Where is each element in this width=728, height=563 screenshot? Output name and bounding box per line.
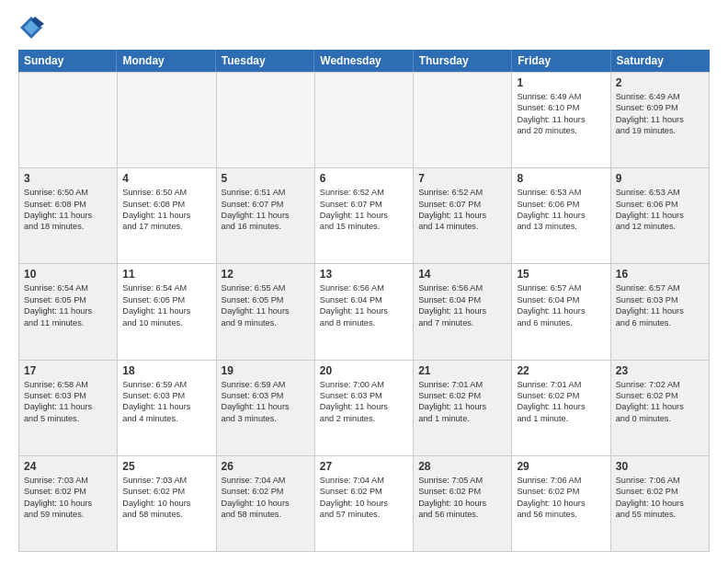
- week-row-1: 1Sunrise: 6:49 AM Sunset: 6:10 PM Daylig…: [19, 73, 710, 168]
- day-number: 10: [24, 268, 112, 281]
- day-info: Sunrise: 6:52 AM Sunset: 6:07 PM Dayligh…: [418, 187, 506, 233]
- weekday-header-tuesday: Tuesday: [216, 50, 314, 72]
- day-info: Sunrise: 7:05 AM Sunset: 6:02 PM Dayligh…: [418, 475, 506, 521]
- day-info: Sunrise: 6:49 AM Sunset: 6:09 PM Dayligh…: [616, 91, 704, 137]
- day-info: Sunrise: 7:03 AM Sunset: 6:02 PM Dayligh…: [24, 475, 112, 521]
- cal-cell-12: 12Sunrise: 6:55 AM Sunset: 6:05 PM Dayli…: [217, 264, 315, 359]
- day-info: Sunrise: 6:50 AM Sunset: 6:08 PM Dayligh…: [122, 187, 210, 233]
- day-info: Sunrise: 7:00 AM Sunset: 6:03 PM Dayligh…: [320, 379, 408, 425]
- cal-cell-4: 4Sunrise: 6:50 AM Sunset: 6:08 PM Daylig…: [118, 168, 216, 263]
- day-info: Sunrise: 6:51 AM Sunset: 6:07 PM Dayligh…: [222, 187, 310, 233]
- day-number: 28: [418, 460, 506, 473]
- weekday-header-friday: Friday: [512, 50, 610, 72]
- cal-cell-8: 8Sunrise: 6:53 AM Sunset: 6:06 PM Daylig…: [512, 168, 610, 263]
- day-info: Sunrise: 6:50 AM Sunset: 6:08 PM Dayligh…: [24, 187, 112, 233]
- day-number: 3: [24, 172, 112, 185]
- cal-cell-empty-0-4: [414, 73, 512, 167]
- calendar-body: 1Sunrise: 6:49 AM Sunset: 6:10 PM Daylig…: [18, 72, 710, 552]
- day-info: Sunrise: 7:04 AM Sunset: 6:02 PM Dayligh…: [222, 475, 310, 521]
- day-number: 1: [517, 76, 605, 89]
- day-info: Sunrise: 6:53 AM Sunset: 6:06 PM Dayligh…: [616, 187, 704, 233]
- cal-cell-25: 25Sunrise: 7:03 AM Sunset: 6:02 PM Dayli…: [118, 456, 216, 551]
- day-number: 17: [24, 364, 112, 377]
- day-info: Sunrise: 6:56 AM Sunset: 6:04 PM Dayligh…: [418, 282, 506, 328]
- day-info: Sunrise: 6:56 AM Sunset: 6:04 PM Dayligh…: [320, 282, 408, 328]
- weekday-header-wednesday: Wednesday: [314, 50, 413, 72]
- cal-cell-7: 7Sunrise: 6:52 AM Sunset: 6:07 PM Daylig…: [414, 168, 512, 263]
- cal-cell-28: 28Sunrise: 7:05 AM Sunset: 6:02 PM Dayli…: [414, 456, 512, 551]
- day-number: 5: [222, 172, 310, 185]
- day-number: 7: [418, 172, 506, 185]
- weekday-header-thursday: Thursday: [414, 50, 512, 72]
- cal-cell-22: 22Sunrise: 7:01 AM Sunset: 6:02 PM Dayli…: [512, 361, 610, 455]
- day-number: 13: [320, 268, 408, 281]
- day-number: 11: [122, 268, 210, 281]
- day-info: Sunrise: 7:01 AM Sunset: 6:02 PM Dayligh…: [517, 379, 605, 425]
- day-number: 14: [418, 268, 506, 281]
- day-number: 20: [320, 364, 408, 377]
- weekday-header-saturday: Saturday: [611, 50, 710, 72]
- day-info: Sunrise: 6:57 AM Sunset: 6:04 PM Dayligh…: [517, 282, 605, 328]
- cal-cell-20: 20Sunrise: 7:00 AM Sunset: 6:03 PM Dayli…: [315, 361, 414, 455]
- day-number: 27: [320, 460, 408, 473]
- cal-cell-15: 15Sunrise: 6:57 AM Sunset: 6:04 PM Dayli…: [512, 264, 610, 359]
- cal-cell-9: 9Sunrise: 6:53 AM Sunset: 6:06 PM Daylig…: [611, 168, 710, 263]
- day-info: Sunrise: 7:06 AM Sunset: 6:02 PM Dayligh…: [517, 475, 605, 521]
- day-info: Sunrise: 7:01 AM Sunset: 6:02 PM Dayligh…: [418, 379, 506, 425]
- calendar-header: SundayMondayTuesdayWednesdayThursdayFrid…: [18, 50, 710, 72]
- cal-cell-13: 13Sunrise: 6:56 AM Sunset: 6:04 PM Dayli…: [315, 264, 414, 359]
- page: SundayMondayTuesdayWednesdayThursdayFrid…: [0, 0, 728, 563]
- day-info: Sunrise: 6:55 AM Sunset: 6:05 PM Dayligh…: [222, 282, 310, 328]
- day-number: 8: [517, 172, 605, 185]
- header: [18, 15, 710, 40]
- day-info: Sunrise: 7:03 AM Sunset: 6:02 PM Dayligh…: [122, 475, 210, 521]
- cal-cell-29: 29Sunrise: 7:06 AM Sunset: 6:02 PM Dayli…: [512, 456, 610, 551]
- day-number: 15: [517, 268, 605, 281]
- day-info: Sunrise: 7:04 AM Sunset: 6:02 PM Dayligh…: [320, 475, 408, 521]
- cal-cell-27: 27Sunrise: 7:04 AM Sunset: 6:02 PM Dayli…: [315, 456, 414, 551]
- week-row-2: 3Sunrise: 6:50 AM Sunset: 6:08 PM Daylig…: [19, 168, 710, 264]
- day-number: 29: [517, 460, 605, 473]
- day-number: 6: [320, 172, 408, 185]
- logo: [18, 15, 46, 40]
- week-row-3: 10Sunrise: 6:54 AM Sunset: 6:05 PM Dayli…: [19, 264, 710, 360]
- cal-cell-21: 21Sunrise: 7:01 AM Sunset: 6:02 PM Dayli…: [414, 361, 512, 455]
- day-number: 23: [616, 364, 704, 377]
- day-info: Sunrise: 7:06 AM Sunset: 6:02 PM Dayligh…: [616, 475, 704, 521]
- day-info: Sunrise: 6:49 AM Sunset: 6:10 PM Dayligh…: [517, 91, 605, 137]
- day-number: 25: [122, 460, 210, 473]
- day-number: 4: [122, 172, 210, 185]
- day-number: 30: [616, 460, 704, 473]
- cal-cell-1: 1Sunrise: 6:49 AM Sunset: 6:10 PM Daylig…: [512, 73, 610, 167]
- day-number: 16: [616, 268, 704, 281]
- cal-cell-30: 30Sunrise: 7:06 AM Sunset: 6:02 PM Dayli…: [611, 456, 710, 551]
- cal-cell-empty-0-1: [118, 73, 216, 167]
- day-number: 2: [616, 76, 704, 89]
- calendar: SundayMondayTuesdayWednesdayThursdayFrid…: [18, 50, 710, 552]
- day-number: 22: [517, 364, 605, 377]
- cal-cell-26: 26Sunrise: 7:04 AM Sunset: 6:02 PM Dayli…: [217, 456, 315, 551]
- week-row-5: 24Sunrise: 7:03 AM Sunset: 6:02 PM Dayli…: [19, 456, 710, 552]
- cal-cell-empty-0-3: [315, 73, 414, 167]
- cal-cell-10: 10Sunrise: 6:54 AM Sunset: 6:05 PM Dayli…: [19, 264, 118, 359]
- day-number: 26: [222, 460, 310, 473]
- day-info: Sunrise: 6:52 AM Sunset: 6:07 PM Dayligh…: [320, 187, 408, 233]
- logo-icon: [18, 15, 44, 40]
- day-number: 18: [122, 364, 210, 377]
- weekday-header-sunday: Sunday: [18, 50, 117, 72]
- cal-cell-11: 11Sunrise: 6:54 AM Sunset: 6:05 PM Dayli…: [118, 264, 216, 359]
- cal-cell-19: 19Sunrise: 6:59 AM Sunset: 6:03 PM Dayli…: [217, 361, 315, 455]
- day-number: 21: [418, 364, 506, 377]
- cal-cell-18: 18Sunrise: 6:59 AM Sunset: 6:03 PM Dayli…: [118, 361, 216, 455]
- weekday-header-monday: Monday: [117, 50, 215, 72]
- day-number: 24: [24, 460, 112, 473]
- day-number: 12: [222, 268, 310, 281]
- cal-cell-2: 2Sunrise: 6:49 AM Sunset: 6:09 PM Daylig…: [611, 73, 710, 167]
- day-info: Sunrise: 6:59 AM Sunset: 6:03 PM Dayligh…: [222, 379, 310, 425]
- cal-cell-24: 24Sunrise: 7:03 AM Sunset: 6:02 PM Dayli…: [19, 456, 118, 551]
- day-number: 9: [616, 172, 704, 185]
- cal-cell-14: 14Sunrise: 6:56 AM Sunset: 6:04 PM Dayli…: [414, 264, 512, 359]
- cal-cell-6: 6Sunrise: 6:52 AM Sunset: 6:07 PM Daylig…: [315, 168, 414, 263]
- cal-cell-3: 3Sunrise: 6:50 AM Sunset: 6:08 PM Daylig…: [19, 168, 118, 263]
- day-info: Sunrise: 6:59 AM Sunset: 6:03 PM Dayligh…: [122, 379, 210, 425]
